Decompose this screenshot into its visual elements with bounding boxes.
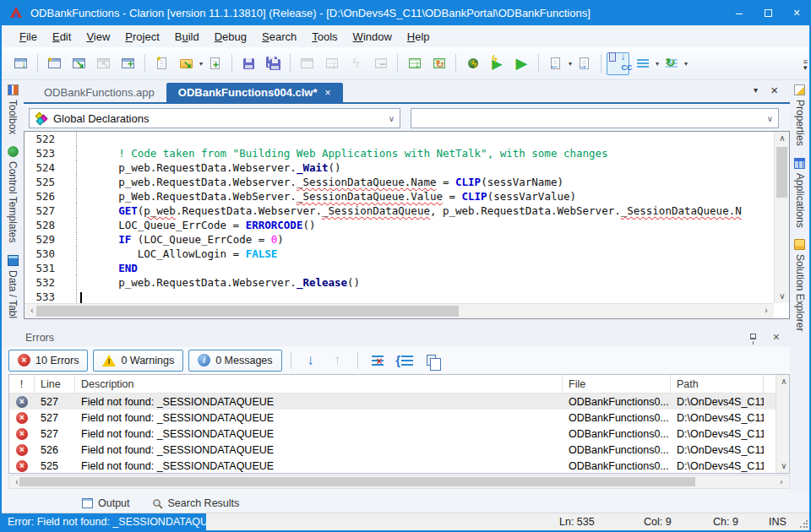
scroll-up-icon[interactable]: ∧ — [775, 132, 790, 145]
code-line[interactable]: 532 p_web.RequestData.Webserver._Release… — [24, 275, 774, 290]
open-file-button[interactable]: ↘ — [175, 52, 198, 75]
error-row[interactable]: ×527Field not found: _SESSIONDATAQUEUEOD… — [9, 394, 789, 410]
add-file-button[interactable]: + — [204, 52, 226, 75]
errors-panel-close-icon[interactable]: × — [773, 330, 780, 344]
column-header-path[interactable]: Path — [671, 375, 764, 393]
dropdown-caret-icon[interactable]: ▾ — [684, 60, 688, 68]
tab-close-icon[interactable]: × — [325, 87, 331, 99]
code-completion-button[interactable]: CC↓ — [607, 52, 629, 75]
error-row[interactable]: ×527Field not found: _SESSIONDATAQUEUEOD… — [9, 426, 789, 442]
member-combobox[interactable]: ∨ — [411, 108, 779, 128]
column-header-line[interactable]: Line — [35, 375, 75, 393]
code-line[interactable]: 523 ! Code taken from "Building Web Appl… — [24, 146, 774, 160]
scroll-up-icon[interactable]: ∧ — [776, 375, 792, 388]
doc-tab-0[interactable]: ODBankFunctions.app — [32, 83, 166, 102]
dock-tab-solution-explorer[interactable]: Solution Explorer — [794, 239, 806, 331]
code-line[interactable]: 529 IF (LOC_Queue_ErrCode = 0) — [24, 232, 774, 247]
build-and-run-button[interactable]: ▶ϟ — [486, 52, 509, 75]
code-line[interactable]: 527 GET(p_web.RequestData.Webserver._Ses… — [24, 204, 774, 218]
generate-all-button[interactable]: ↓ — [403, 52, 426, 75]
code-line[interactable]: 526 p_Web.RequestData.WebServer._Session… — [24, 189, 774, 204]
editor-vertical-scrollbar[interactable]: ∧ ∨ — [774, 132, 789, 303]
dock-tab-toolbox[interactable]: Toolbox — [7, 84, 19, 134]
menu-file[interactable]: File — [12, 27, 45, 46]
previous-document-button[interactable]: ← — [544, 52, 567, 75]
column-header-![interactable]: ! — [9, 375, 35, 393]
editor-horizontal-scrollbar[interactable]: ‹ › — [24, 303, 774, 318]
dock-tab-control-templates[interactable]: Control Templates — [7, 146, 19, 243]
scroll-right-icon[interactable]: › — [759, 304, 774, 318]
code-line[interactable]: 525 p_web.RequestData.Webserver._Session… — [24, 175, 774, 189]
generate-app-button[interactable]: ↓ — [9, 52, 32, 75]
messages-filter-button[interactable]: i0 Messages — [188, 350, 281, 372]
error-row[interactable]: ×526Field not found: _SESSIONDATAQUEUEOD… — [9, 442, 789, 458]
code-line[interactable]: 530 LOC_AllowLogin = FALSE — [24, 247, 774, 261]
export-app-button[interactable]: ↖ — [92, 52, 115, 75]
copy-button[interactable] — [421, 350, 443, 372]
scroll-thumb[interactable] — [776, 147, 787, 198]
scroll-thumb[interactable] — [36, 306, 459, 317]
panel-splitter[interactable] — [2, 319, 790, 329]
open-app-button[interactable]: ↘ — [68, 52, 90, 75]
remove-generated-button[interactable]: − — [369, 52, 392, 75]
maximize-button[interactable] — [754, 0, 782, 25]
dropdown-caret-icon[interactable]: ▾ — [199, 60, 203, 68]
save-button[interactable] — [237, 52, 260, 75]
show-error-list-button[interactable]: { — [394, 350, 416, 372]
code-line[interactable]: 524 p_web.RequestData.Webserver._Wait() — [24, 160, 774, 175]
code-line[interactable]: 528 LOC_Queue_ErrCode = ERRORCODE() — [24, 218, 774, 232]
debug-button[interactable]: ϟ — [461, 52, 484, 75]
edit-window-button[interactable] — [296, 52, 318, 75]
scroll-thumb[interactable] — [19, 477, 695, 486]
column-header-file[interactable]: File — [563, 375, 671, 393]
scroll-right-icon[interactable]: › — [774, 475, 789, 489]
menu-window[interactable]: Window — [346, 27, 400, 46]
add-app-button[interactable]: + — [117, 52, 139, 75]
tab-bar-close-icon[interactable]: × — [770, 83, 778, 97]
menu-help[interactable]: Help — [400, 27, 438, 46]
code-area[interactable]: 522523 ! Code taken from "Building Web A… — [24, 132, 774, 303]
dropdown-caret-icon[interactable]: ▾ — [656, 60, 659, 68]
menu-tools[interactable]: Tools — [304, 27, 345, 46]
dropdown-caret-icon[interactable]: ▾ — [569, 60, 572, 68]
menu-view[interactable]: View — [79, 27, 117, 46]
next-document-button[interactable]: → — [573, 52, 596, 75]
build-current-button[interactable]: ϟ — [345, 52, 367, 75]
menu-search[interactable]: Search — [254, 27, 304, 46]
generate-current-button[interactable]: ↓ — [320, 52, 343, 75]
menu-edit[interactable]: Edit — [45, 27, 79, 46]
error-row[interactable]: ×527Field not found: _SESSIONDATAQUEUEOD… — [9, 410, 789, 426]
doc-tab-1[interactable]: ODBankFunctions004.clw*× — [166, 83, 343, 102]
code-line[interactable]: 533 — [24, 290, 774, 303]
scroll-down-icon[interactable]: ∨ — [775, 290, 790, 303]
resize-grip[interactable] — [799, 520, 808, 529]
errors-filter-button[interactable]: ×10 Errors — [8, 350, 88, 372]
toolbar-overflow-button[interactable]: ≡▾ — [803, 59, 808, 71]
menu-build[interactable]: Build — [167, 27, 207, 46]
bottom-tab-output[interactable]: Output — [82, 497, 130, 509]
minimize-button[interactable]: – — [725, 0, 754, 25]
menu-debug[interactable]: Debug — [207, 27, 254, 46]
code-editor[interactable]: 522523 ! Code taken from "Building Web A… — [24, 131, 790, 319]
table-horizontal-scrollbar[interactable]: ‹ › — [8, 475, 790, 489]
format-code-button[interactable] — [631, 52, 654, 75]
previous-error-button[interactable]: ↑ — [327, 350, 349, 372]
code-line[interactable]: 531 END — [24, 261, 774, 275]
new-file-button[interactable]: * — [150, 52, 173, 75]
clear-list-button[interactable]: × — [367, 350, 389, 372]
generate-and-sync-button[interactable]: ↻ — [427, 52, 450, 75]
run-button[interactable]: ▶ — [510, 52, 533, 75]
column-header-description[interactable]: Description — [75, 375, 563, 393]
pin-icon[interactable] — [750, 334, 756, 339]
next-error-button[interactable]: ↓ — [300, 350, 322, 372]
menu-project[interactable]: Project — [117, 27, 166, 46]
table-vertical-scrollbar[interactable]: ∧ ∨ — [776, 375, 789, 473]
warnings-filter-button[interactable]: !0 Warnings — [93, 350, 183, 372]
dock-tab-data-tables[interactable]: Data / Tables — [7, 255, 19, 329]
bottom-tab-search-results[interactable]: Search Results — [152, 497, 240, 509]
close-button[interactable]: × — [782, 0, 811, 25]
new-app-button[interactable]: * — [43, 52, 66, 75]
scope-combobox[interactable]: Global Declarations ∨ — [29, 108, 400, 128]
dock-tab-properties[interactable]: Properties — [794, 84, 806, 146]
scroll-down-icon[interactable]: ∨ — [776, 459, 792, 473]
